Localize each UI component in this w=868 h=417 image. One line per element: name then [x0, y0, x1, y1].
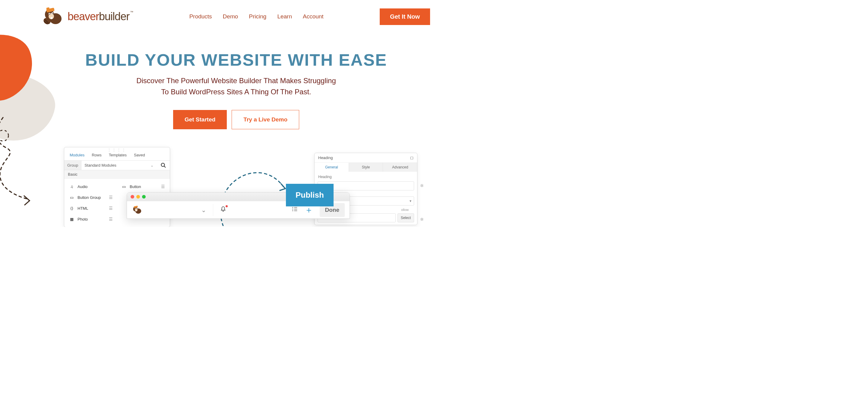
tab-modules[interactable]: Modules [70, 153, 85, 157]
svg-rect-10 [51, 17, 53, 19]
nav-demo[interactable]: Demo [223, 13, 238, 20]
get-started-button[interactable]: Get Started [173, 110, 227, 129]
select-button[interactable]: Select [398, 213, 414, 222]
search-icon[interactable] [157, 161, 170, 170]
list-icon: ☰ [161, 184, 165, 189]
tab-saved[interactable]: Saved [134, 153, 145, 157]
module-label: Button Group [78, 195, 101, 200]
tab-general[interactable]: General [315, 163, 349, 172]
hero: BUILD YOUR WEBSITE WITH EASE Discover Th… [0, 50, 472, 129]
beaver-mini-icon [132, 204, 143, 216]
group-label: Group [64, 161, 82, 170]
list-icon: ☰ [109, 206, 113, 211]
chevron-down-icon: ⌄ [151, 163, 154, 168]
module-label: Button [130, 184, 141, 189]
logo-wordmark: beaverbuilder™ [67, 10, 133, 23]
window-minimize-icon[interactable] [136, 195, 140, 199]
html-icon: ⟨⟩ [69, 206, 74, 211]
svg-point-21 [136, 208, 137, 209]
settings-panel-title: Heading [318, 155, 333, 160]
gear-icon[interactable]: ✲ [420, 183, 424, 188]
publish-button[interactable]: Publish [286, 184, 334, 206]
module-html[interactable]: ⟨⟩HTML ☰ [65, 203, 117, 214]
hero-subtitle: Discover The Powerful Website Builder Th… [134, 75, 339, 97]
hero-title: BUILD YOUR WEBSITE WITH EASE [0, 50, 472, 70]
svg-point-24 [292, 209, 293, 210]
panel-drag-handle[interactable]: ⋮⋮⋮⋮ [64, 147, 170, 153]
module-photo[interactable]: ▦Photo ☰ [65, 214, 117, 224]
button-icon: ▭ [121, 184, 127, 189]
group-select[interactable]: Standard Modules ⌄ [82, 161, 157, 170]
tab-templates[interactable]: Templates [109, 153, 127, 157]
svg-point-9 [53, 13, 53, 14]
window-close-icon[interactable] [131, 195, 134, 199]
notifications-icon[interactable] [220, 206, 226, 214]
list-icon: ☰ [109, 217, 113, 221]
get-it-now-button[interactable]: Get It Now [380, 8, 430, 25]
chevron-down-icon: ▾ [409, 199, 411, 203]
module-button-group[interactable]: ▭Button Group ☰ [65, 192, 117, 203]
module-label: HTML [78, 206, 88, 211]
svg-point-23 [292, 207, 293, 208]
tab-style[interactable]: Style [349, 163, 383, 172]
section-basic-label: Basic [64, 170, 170, 179]
tab-advanced[interactable]: Advanced [383, 163, 417, 172]
beaver-logo-icon [42, 7, 66, 27]
svg-rect-22 [136, 210, 137, 211]
svg-point-25 [292, 210, 293, 211]
svg-point-12 [161, 163, 164, 167]
audio-icon: ♫ [69, 184, 74, 189]
site-header: beaverbuilder™ Products Demo Pricing Lea… [0, 0, 472, 27]
module-label: Photo [78, 217, 88, 221]
module-button[interactable]: ▭Button ☰ [117, 181, 169, 192]
nav-account[interactable]: Account [303, 13, 323, 20]
module-audio[interactable]: ♫Audio [65, 181, 117, 192]
chevron-down-icon[interactable]: ⌄ [201, 206, 206, 214]
notification-badge [226, 205, 228, 207]
svg-line-13 [164, 166, 165, 168]
expand-icon[interactable]: ◻ [410, 155, 413, 160]
list-icon: ☰ [109, 195, 113, 200]
window-maximize-icon[interactable] [142, 195, 146, 199]
gear-icon[interactable]: ✲ [420, 217, 424, 222]
group-select-value: Standard Modules [85, 163, 116, 168]
tab-rows[interactable]: Rows [92, 153, 102, 157]
photo-icon: ▦ [69, 217, 74, 221]
nav-products[interactable]: Products [189, 13, 212, 20]
nav-pricing[interactable]: Pricing [249, 13, 266, 20]
logo[interactable]: beaverbuilder™ [42, 7, 133, 27]
try-demo-button[interactable]: Try a Live Demo [231, 110, 299, 129]
module-label: Audio [78, 184, 88, 189]
outline-list-icon[interactable] [291, 206, 298, 214]
nav-learn[interactable]: Learn [277, 13, 292, 20]
button-group-icon: ▭ [69, 195, 74, 200]
main-nav: Products Demo Pricing Learn Account [189, 13, 323, 20]
heading-field-label: Heading [315, 172, 417, 180]
svg-point-7 [50, 14, 50, 15]
